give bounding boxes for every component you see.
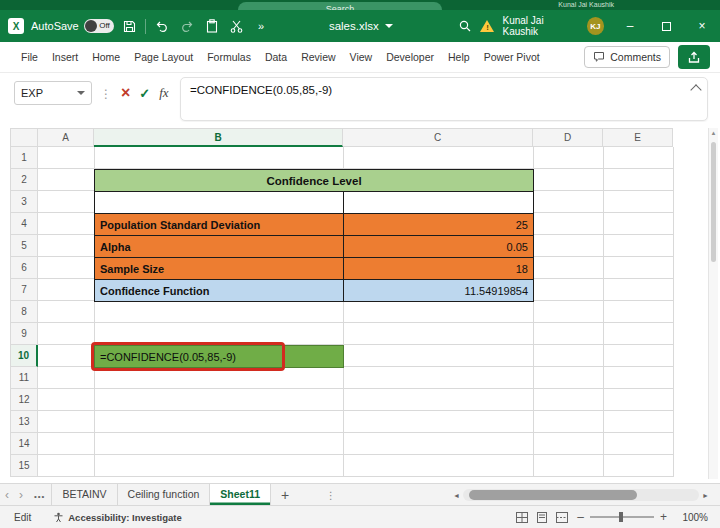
next-sheet-arrow-icon[interactable]: › [14, 488, 28, 502]
scroll-right-icon[interactable]: ► [699, 492, 712, 499]
table-label-cell[interactable]: Sample Size [94, 257, 344, 280]
clipboard-button[interactable] [203, 16, 221, 36]
row-header-1[interactable]: 1 [10, 147, 38, 169]
column-header-b[interactable]: B [94, 128, 343, 147]
minimize-button[interactable]: – [612, 10, 648, 42]
avatar[interactable]: KJ [587, 17, 604, 35]
table-label-cell[interactable]: Alpha [94, 235, 344, 258]
table-label-cell[interactable]: Population Standard Deviation [94, 213, 344, 236]
tab-view[interactable]: View [343, 42, 380, 72]
maximize-button[interactable] [648, 10, 684, 42]
row-header-3[interactable]: 3 [10, 191, 38, 213]
table-value-cell[interactable]: 11.54919854 [343, 279, 534, 302]
table-empty-cell-c3[interactable] [343, 191, 534, 214]
table-title-cell[interactable]: Confidence Level [94, 169, 534, 192]
row-header-6[interactable]: 6 [10, 257, 38, 279]
comments-button[interactable]: Comments [584, 46, 670, 68]
tab-insert[interactable]: Insert [45, 42, 85, 72]
tab-power-pivot[interactable]: Power Pivot [477, 42, 547, 72]
row-header-15[interactable]: 15 [10, 455, 38, 477]
tab-help[interactable]: Help [441, 42, 477, 72]
row-header-10[interactable]: 10 [10, 345, 38, 367]
undo-button[interactable] [153, 16, 171, 36]
filename-button[interactable]: sales.xlsx [329, 20, 393, 32]
tab-page-layout[interactable]: Page Layout [127, 42, 200, 72]
horizontal-scrollbar-thumb[interactable] [469, 490, 637, 500]
page-layout-view-icon[interactable] [536, 512, 548, 523]
all-sheets-icon[interactable] [28, 489, 51, 501]
row-header-11[interactable]: 11 [10, 367, 38, 389]
name-box-chevron-icon[interactable] [77, 91, 85, 95]
redo-button[interactable] [178, 16, 196, 36]
row-header-8[interactable]: 8 [10, 301, 38, 323]
zoom-in-button[interactable]: + [660, 510, 667, 524]
formula-input[interactable]: =CONFIDENCE(0.05,85,-9) [180, 77, 708, 121]
view-shortcuts [516, 512, 568, 523]
row-header-2[interactable]: 2 [10, 169, 38, 191]
more-commands-chevron-icon[interactable] [252, 16, 270, 36]
scroll-up-icon[interactable]: ▲ [709, 130, 718, 136]
sheet-tab-ceiling-function[interactable]: Ceiling function [118, 484, 211, 505]
select-all-corner[interactable] [10, 128, 38, 147]
autosave-switch[interactable]: Off [84, 19, 114, 33]
insert-function-button[interactable]: fx [159, 85, 168, 101]
clipboard-icon [206, 19, 218, 33]
table-value-cell[interactable]: 0.05 [343, 235, 534, 258]
tab-review[interactable]: Review [294, 42, 342, 72]
tab-data[interactable]: Data [258, 42, 294, 72]
vertical-scrollbar[interactable]: ▲ [708, 128, 718, 479]
save-button[interactable] [121, 16, 139, 36]
zoom-level[interactable]: 100% [676, 512, 708, 523]
column-header-d[interactable]: D [533, 128, 603, 147]
share-button[interactable] [678, 45, 710, 69]
tab-developer[interactable]: Developer [379, 42, 441, 72]
drag-handle-icon[interactable] [100, 84, 112, 102]
scroll-left-icon[interactable]: ◄ [450, 492, 463, 499]
table-label-cell[interactable]: Confidence Function [94, 279, 344, 302]
column-header-e[interactable]: E [603, 128, 673, 147]
cut-button[interactable] [228, 16, 246, 36]
enter-button[interactable] [139, 84, 150, 102]
accessibility-label: Accessibility: Investigate [68, 512, 182, 523]
warning-icon[interactable]: ! [480, 20, 494, 32]
worksheet-area: A B C D E 1 2 3 4 5 6 7 8 9 10 11 12 13 … [0, 122, 720, 483]
table-value-cell[interactable]: 18 [343, 257, 534, 280]
search-button[interactable] [456, 16, 474, 36]
tab-formulas[interactable]: Formulas [200, 42, 258, 72]
tab-file[interactable]: File [14, 42, 45, 72]
window-controls: – × [612, 10, 720, 42]
row-header-13[interactable]: 13 [10, 411, 38, 433]
vertical-scrollbar-thumb[interactable] [711, 142, 716, 262]
page-break-view-icon[interactable] [556, 512, 568, 523]
zoom-slider[interactable] [590, 516, 654, 518]
table-value-cell[interactable]: 25 [343, 213, 534, 236]
column-header-a[interactable]: A [38, 128, 94, 147]
search-bar[interactable]: Search [238, 2, 442, 10]
autosave-toggle[interactable]: AutoSave Off [31, 19, 114, 33]
tab-home[interactable]: Home [85, 42, 127, 72]
cancel-button[interactable] [121, 84, 130, 102]
new-sheet-button[interactable]: + [271, 487, 299, 503]
user-name[interactable]: Kunal Jai Kaushik [502, 15, 578, 37]
tab-options-icon[interactable] [325, 489, 336, 501]
zoom-slider-thumb[interactable] [619, 512, 623, 522]
sheet-tab-betainv[interactable]: BETAINV [51, 484, 117, 505]
row-header-7[interactable]: 7 [10, 279, 38, 301]
close-button[interactable]: × [684, 10, 720, 42]
sheet-tab-sheet11[interactable]: Sheet11 [210, 484, 271, 505]
column-header-c[interactable]: C [343, 128, 533, 147]
horizontal-scrollbar[interactable]: ◄ ► [450, 488, 712, 502]
row-header-4[interactable]: 4 [10, 213, 38, 235]
row-header-9[interactable]: 9 [10, 323, 38, 345]
normal-view-icon[interactable] [516, 512, 528, 523]
row-headers: 1 2 3 4 5 6 7 8 9 10 11 12 13 14 15 [10, 147, 38, 477]
name-box[interactable]: EXP [14, 81, 92, 105]
zoom-out-button[interactable]: – [577, 510, 584, 524]
prev-sheet-arrow-icon[interactable]: ‹ [0, 488, 14, 502]
row-header-12[interactable]: 12 [10, 389, 38, 411]
row-header-14[interactable]: 14 [10, 433, 38, 455]
row-header-5[interactable]: 5 [10, 235, 38, 257]
table-empty-cell-b3[interactable] [94, 191, 344, 214]
accessibility-checker[interactable]: Accessibility: Investigate [53, 512, 182, 523]
horizontal-scrollbar-track[interactable] [463, 489, 699, 501]
